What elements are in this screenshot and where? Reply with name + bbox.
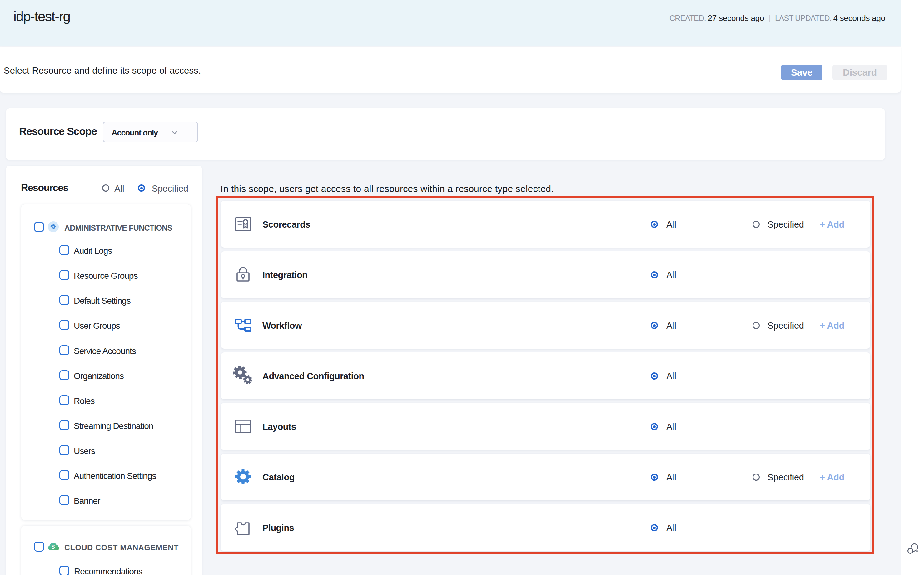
svg-text:$: $: [51, 543, 55, 550]
